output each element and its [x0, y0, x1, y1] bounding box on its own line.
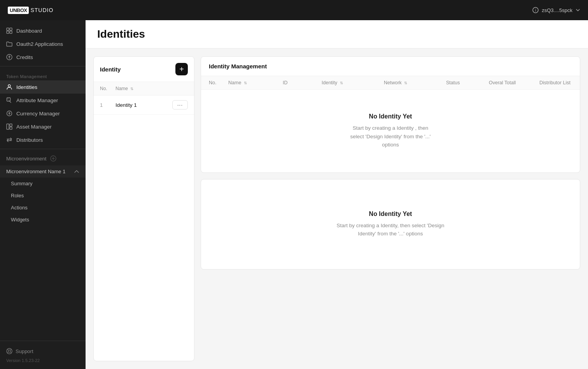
sidebar-item-roles[interactable]: Roles — [0, 190, 86, 202]
sidebar-item-oauth2[interactable]: Oauth2 Applications — [0, 37, 86, 50]
sidebar-bottom: Support Version 1.5.23-22 — [0, 341, 86, 369]
sidebar-item-label: Identities — [16, 84, 37, 90]
svg-rect-3 — [10, 28, 12, 30]
col-no: No. — [100, 86, 116, 91]
microenv-label: Microenvironment — [6, 156, 46, 162]
sidebar-sub-label: Summary — [11, 181, 33, 186]
col-status: Status — [446, 80, 489, 85]
identity-panel-header: Identity + — [94, 57, 194, 82]
mgmt-card-header: Identity Management — [201, 57, 580, 76]
col-name: Name ⇅ — [116, 86, 172, 91]
sidebar-item-attribute-manager[interactable]: Attribute Manager — [0, 94, 86, 107]
chevron-down-icon — [576, 8, 580, 12]
svg-rect-2 — [7, 28, 9, 30]
svg-rect-11 — [7, 124, 9, 129]
identity-management-card-1: Identity Management No. Name ⇅ ID Identi… — [201, 56, 580, 173]
person-icon — [6, 84, 12, 90]
arrows-icon — [6, 137, 12, 143]
sidebar-item-label: Attribute Manager — [16, 97, 58, 103]
empty-state-title-2: No Identity Yet — [209, 211, 572, 218]
sidebar-item-asset-manager[interactable]: Asset Manager — [0, 120, 86, 133]
grid-icon — [6, 124, 12, 130]
support-link[interactable]: Support — [6, 346, 79, 357]
version-label: Version 1.5.23-22 — [6, 357, 79, 364]
management-panel: Identity Management No. Name ⇅ ID Identi… — [201, 56, 580, 361]
layout: Dashboard Oauth2 Applications Credits To… — [0, 20, 588, 369]
sidebar-item-label: Dashboard — [16, 28, 42, 34]
sidebar-divider-2 — [0, 149, 86, 149]
empty-state-2: No Identity Yet Start by creating a Iden… — [201, 179, 580, 269]
user-menu[interactable]: i zsQ3....5spck — [532, 7, 580, 13]
logo: UNBOX STUDIO — [8, 7, 53, 14]
col-identity: Identity ⇅ — [322, 80, 384, 85]
mgmt-table-header: No. Name ⇅ ID Identity ⇅ Network ⇅ — [201, 76, 580, 90]
svg-rect-8 — [7, 98, 10, 101]
sidebar-item-label: Distributors — [16, 137, 43, 143]
sidebar-item-currency-manager[interactable]: Currency Manager — [0, 107, 86, 120]
coin-icon — [6, 110, 12, 117]
microenv-name: Microenvironment Name 1 — [6, 169, 65, 174]
credits-icon — [6, 54, 12, 60]
col-overall-total: Overal Totall — [489, 80, 539, 85]
support-icon — [6, 348, 12, 354]
svg-rect-5 — [10, 31, 12, 33]
sidebar-item-credits[interactable]: Credits — [0, 50, 86, 64]
sidebar-item-label: Asset Manager — [16, 124, 52, 130]
microenv-name-row[interactable]: Microenvironment Name 1 — [0, 165, 86, 178]
microenv-header: Microenvironment — [0, 151, 86, 165]
add-identity-button[interactable]: + — [175, 63, 188, 75]
token-management-label: Token Management — [0, 69, 86, 80]
main-content: Identities Identity + No. Name ⇅ — [86, 20, 588, 369]
logo-studio: STUDIO — [30, 7, 53, 13]
page-title: Identities — [97, 28, 576, 40]
tag-icon — [6, 97, 12, 103]
user-label: zsQ3....5spck — [542, 7, 572, 13]
sidebar-item-widgets[interactable]: Widgets — [0, 214, 86, 226]
sidebar-sub-label: Widgets — [11, 217, 29, 223]
support-label: Support — [16, 348, 33, 354]
info-icon: i — [532, 7, 539, 13]
svg-point-16 — [8, 350, 10, 352]
col-actions-placeholder — [172, 86, 188, 91]
logo-box: UNBOX — [8, 7, 29, 14]
main-body: Identity + No. Name ⇅ 1 Identity 1 ··· — [86, 49, 588, 369]
chevron-up-icon — [74, 169, 79, 174]
svg-rect-4 — [7, 31, 9, 33]
col-no: No. — [209, 80, 228, 85]
sort-icon: ⇅ — [130, 87, 133, 91]
empty-state-title: No Identity Yet — [209, 113, 572, 120]
plus-circle-icon[interactable] — [50, 155, 56, 162]
sidebar-sub-label: Actions — [11, 205, 28, 211]
sidebar-sub-label: Roles — [11, 193, 24, 198]
col-distributor-list: Distributor List — [539, 80, 572, 85]
empty-state-desc-2: Start by creating a Identity, then selec… — [209, 221, 572, 238]
sidebar-nav: Dashboard Oauth2 Applications Credits To… — [0, 20, 86, 341]
sidebar-item-summary[interactable]: Summary — [0, 178, 86, 190]
identity-row-menu-button[interactable]: ··· — [172, 100, 188, 110]
svg-rect-12 — [10, 124, 12, 126]
topbar: UNBOX STUDIO i zsQ3....5spck — [0, 0, 588, 20]
col-name: Name ⇅ — [228, 80, 283, 85]
sidebar-item-actions[interactable]: Actions — [0, 202, 86, 214]
sidebar-item-distributors[interactable]: Distributors — [0, 133, 86, 146]
svg-point-7 — [8, 85, 10, 87]
identity-row-number: 1 — [100, 102, 116, 108]
identity-management-card-2: No Identity Yet Start by creating a Iden… — [201, 179, 580, 270]
sidebar-item-label: Oauth2 Applications — [16, 41, 63, 47]
identity-row-name: Identity 1 — [116, 102, 172, 108]
sort-icon: ⇅ — [244, 81, 247, 85]
sidebar-item-dashboard[interactable]: Dashboard — [0, 24, 86, 37]
svg-rect-13 — [10, 127, 12, 129]
sidebar-item-identities[interactable]: Identities — [0, 80, 86, 94]
main-header: Identities — [86, 20, 588, 49]
identity-table-header: No. Name ⇅ — [94, 82, 194, 96]
col-network: Network ⇅ — [384, 80, 446, 85]
svg-point-9 — [8, 99, 9, 99]
sidebar: Dashboard Oauth2 Applications Credits To… — [0, 20, 86, 369]
empty-state-1: No Identity Yet Start by creating a Iden… — [201, 90, 580, 172]
sort-icon: ⇅ — [404, 81, 407, 85]
sort-icon: ⇅ — [340, 81, 343, 85]
identity-list-item: 1 Identity 1 ··· — [94, 96, 194, 115]
sidebar-item-label: Currency Manager — [16, 111, 60, 117]
identity-panel: Identity + No. Name ⇅ 1 Identity 1 ··· — [93, 56, 194, 361]
